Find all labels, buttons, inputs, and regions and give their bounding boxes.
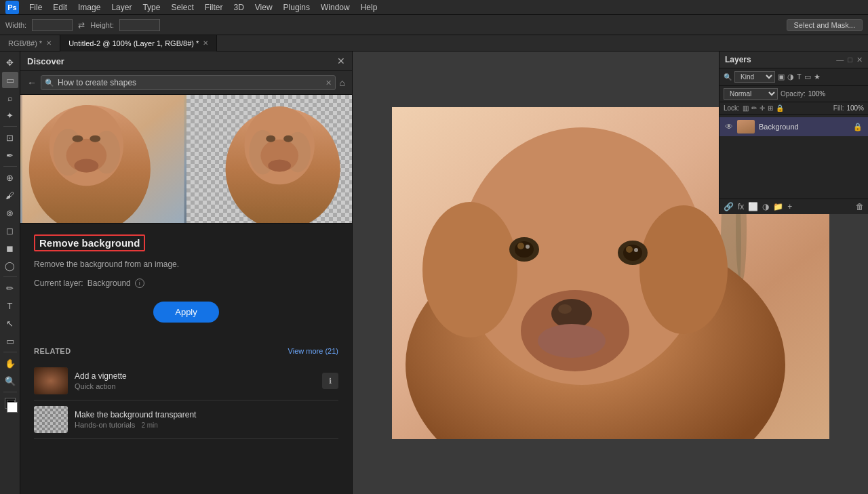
lock-pixels-icon[interactable]: ✏ (751, 104, 757, 112)
related-item-vignette-info: Add a vignette Quick action (75, 371, 315, 390)
crop-tool[interactable]: ⊡ (2, 129, 18, 146)
brush-tool[interactable]: 🖌 (2, 187, 18, 203)
adjustment-layer-icon[interactable]: ◑ (762, 202, 769, 211)
svg-point-6 (72, 136, 83, 142)
menu-file[interactable]: File (24, 1, 47, 14)
lasso-tool[interactable]: ⌕ (2, 89, 18, 106)
preview-extracted (186, 95, 353, 223)
layer-info-icon[interactable]: i (135, 279, 144, 288)
svg-point-32 (634, 248, 638, 252)
menu-help[interactable]: Help (356, 1, 382, 14)
link-layers-icon[interactable]: 🔗 (724, 202, 734, 211)
canvas-area[interactable]: Layers — □ ✕ 🔍 Kind ▣ ◑ T ▭ ★ (353, 52, 868, 494)
menu-window[interactable]: Window (316, 1, 355, 14)
adjustment-filter-icon[interactable]: ◑ (787, 73, 794, 81)
move-tool[interactable]: ✥ (2, 54, 18, 70)
shape-filter-icon[interactable]: ▭ (804, 73, 811, 81)
fx-icon[interactable]: fx (738, 202, 744, 211)
search-back-button[interactable]: ← (27, 77, 37, 88)
layers-expand-icon[interactable]: □ (848, 56, 852, 64)
pixel-filter-icon[interactable]: ▣ (778, 73, 785, 81)
new-layer-icon[interactable]: + (787, 202, 792, 211)
pen-tool[interactable]: ✏ (2, 280, 18, 296)
related-item-transparent-meta: 2 min (141, 421, 157, 429)
clone-stamp-tool[interactable]: ⊚ (2, 205, 18, 221)
blend-mode-select[interactable]: Normal (724, 88, 778, 100)
menu-3d[interactable]: 3D (229, 1, 248, 14)
menu-select[interactable]: Select (166, 1, 198, 14)
lock-all-icon[interactable]: 🔒 (776, 104, 784, 112)
path-selection-tool[interactable]: ↖ (2, 315, 18, 331)
lock-position-icon[interactable]: ✛ (760, 104, 765, 112)
related-item-vignette[interactable]: Add a vignette Quick action ℹ (34, 362, 338, 400)
feature-description: Remove the background from an image. (34, 258, 338, 270)
layer-background-lock-icon: 🔒 (853, 123, 863, 131)
discover-close-button[interactable]: ✕ (337, 56, 345, 66)
svg-point-35 (538, 324, 606, 358)
related-thumb-vignette (34, 367, 68, 394)
eraser-tool[interactable]: ◻ (2, 222, 18, 239)
eyedropper-tool[interactable]: ✒ (2, 147, 18, 163)
menu-layer[interactable]: Layer (106, 1, 136, 14)
gradient-tool[interactable]: ◼ (2, 240, 18, 256)
selection-marquee-tool[interactable]: ▭ (2, 72, 18, 88)
opacity-label: Opacity: (781, 90, 806, 98)
layers-close-icon[interactable]: ✕ (856, 56, 863, 64)
tool-separator-2 (3, 166, 17, 167)
shape-tool[interactable]: ▭ (2, 333, 18, 349)
menu-image[interactable]: Image (73, 1, 105, 14)
svg-point-7 (90, 136, 100, 142)
new-group-icon[interactable]: 📁 (773, 202, 783, 211)
delete-layer-icon[interactable]: 🗑 (856, 202, 864, 211)
layers-minimize-icon[interactable]: — (836, 56, 844, 64)
menu-type[interactable]: Type (138, 1, 165, 14)
left-toolbar: ✥ ▭ ⌕ ✦ ⊡ ✒ ⊕ 🖌 ⊚ ◻ ◼ ◯ ✏ T ↖ ▭ ✋ 🔍 (0, 52, 20, 494)
magic-wand-tool[interactable]: ✦ (2, 107, 18, 123)
height-label: Height: (90, 21, 114, 29)
lock-artboard-icon[interactable]: ⊞ (768, 104, 773, 112)
tab-1[interactable]: RGB/8#) * ✕ (0, 35, 60, 52)
add-mask-icon[interactable]: ⬜ (748, 202, 758, 211)
tab-2[interactable]: Untitled-2 @ 100% (Layer 1, RGB/8#) * ✕ (60, 35, 217, 52)
select-mask-button[interactable]: Select and Mask... (787, 19, 863, 31)
view-more-button[interactable]: View more (21) (288, 347, 338, 355)
layer-background-row[interactable]: 👁 Background 🔒 (719, 117, 868, 136)
menu-bar: Ps File Edit Image Layer Type Select Fil… (0, 0, 868, 15)
smart-filter-icon[interactable]: ★ (814, 73, 821, 81)
apply-button[interactable]: Apply (153, 302, 219, 323)
related-item-transparent[interactable]: Make the background transparent Hands-on… (34, 400, 338, 439)
svg-point-34 (558, 304, 572, 314)
tabs-bar: RGB/8#) * ✕ Untitled-2 @ 100% (Layer 1, … (0, 35, 868, 52)
menu-edit[interactable]: Edit (48, 1, 72, 14)
menu-filter[interactable]: Filter (200, 1, 228, 14)
search-clear-button[interactable]: ✕ (326, 79, 332, 87)
discover-info: Remove background Remove the background … (20, 224, 352, 347)
discover-search-input[interactable] (41, 75, 336, 90)
layers-panel: Layers — □ ✕ 🔍 Kind ▣ ◑ T ▭ ★ (719, 52, 868, 214)
related-item-transparent-sub: Hands-on tutorials 2 min (75, 421, 338, 429)
healing-tool[interactable]: ⊕ (2, 169, 18, 186)
layers-filter-row: 🔍 Kind ▣ ◑ T ▭ ★ (719, 68, 868, 86)
dodge-tool[interactable]: ◯ (2, 258, 18, 274)
discover-title: Discover (27, 56, 64, 66)
layers-bottom-bar: 🔗 fx ⬜ ◑ 📁 + 🗑 (719, 199, 868, 214)
related-item-transparent-info: Make the background transparent Hands-on… (75, 410, 338, 429)
tab-1-label: RGB/8#) * (8, 39, 42, 47)
type-tool[interactable]: T (2, 297, 18, 314)
lock-transparent-icon[interactable]: ▥ (743, 104, 749, 112)
discover-home-button[interactable]: ⌂ (340, 77, 345, 88)
tab-2-close[interactable]: ✕ (203, 39, 208, 47)
menu-view[interactable]: View (250, 1, 277, 14)
zoom-tool[interactable]: 🔍 (2, 373, 18, 389)
menu-plugins[interactable]: Plugins (279, 1, 315, 14)
layer-eye-icon[interactable]: 👁 (725, 122, 733, 131)
layers-kind-select[interactable]: Kind (734, 71, 775, 83)
width-input[interactable] (32, 19, 73, 31)
type-filter-icon[interactable]: T (797, 73, 802, 81)
layers-lock-row: Lock: ▥ ✏ ✛ ⊞ 🔒 Fill: 100% (719, 102, 868, 115)
height-input[interactable] (119, 19, 160, 31)
tab-1-close[interactable]: ✕ (46, 39, 52, 47)
hand-tool[interactable]: ✋ (2, 355, 18, 371)
related-item-vignette-info-btn[interactable]: ℹ (322, 373, 338, 389)
background-color-swatch[interactable] (7, 402, 18, 413)
